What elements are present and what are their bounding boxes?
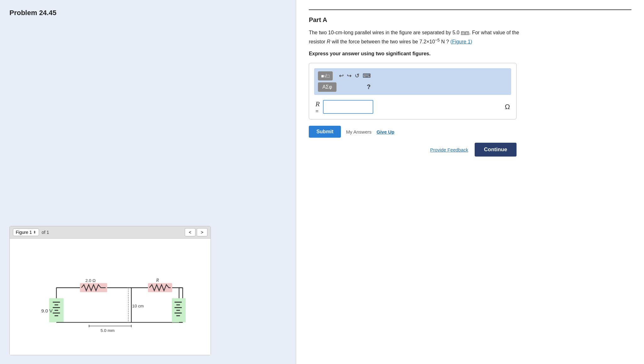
figure-selector[interactable]: Figure 1 ⬍ [13,229,39,236]
my-answers-label: My Answers [346,129,371,135]
svg-text:10 cm: 10 cm [132,304,144,308]
significant-figures-label: Express your answer using two significan… [309,51,631,57]
left-panel: Problem 24.45 Figure 1 ⬍ of 1 < > [0,0,296,364]
figure-header: Figure 1 ⬍ of 1 < > [10,226,211,239]
problem-text: The two 10-cm-long parallel wires in the… [309,29,529,46]
continue-button[interactable]: Continue [475,143,517,157]
svg-text:2.0 Ω: 2.0 Ω [85,278,95,283]
answer-input[interactable] [323,100,373,114]
keyboard-icon: ⌨ [363,72,371,79]
figure-next-button[interactable]: > [197,228,207,236]
figure-link[interactable]: (Figure 1) [450,39,472,44]
redo-button[interactable]: ↪ [347,72,352,79]
refresh-button[interactable]: ↺ [355,72,359,79]
provide-feedback-button[interactable]: Provide Feedback [430,147,468,152]
toolbar-row-1: ■√□ ↩ ↪ ↺ ⌨ [318,71,370,80]
give-up-button[interactable]: Give Up [376,129,394,135]
bottom-row: Provide Feedback Continue [309,143,517,157]
undo-button[interactable]: ↩ [339,72,344,79]
r-label: R = [315,100,319,114]
omega-symbol: Ω [505,103,510,111]
svg-text:R: R [156,278,159,283]
top-divider [309,9,631,10]
circuit-diagram: 9.0 V 2.0 Ω [35,253,186,341]
toolbar-rows: ■√□ ↩ ↪ ↺ ⌨ ΑΣφ ? [318,71,370,92]
math-template-button[interactable]: ■√□ [318,71,332,80]
figure-body: 9.0 V 2.0 Ω [10,239,211,355]
figure-chevron-icon: ⬍ [33,230,36,234]
input-row: R = Ω [314,100,511,114]
equals-symbol: = [315,108,318,114]
figure-label: Figure 1 [16,230,32,235]
part-label: Part A [309,16,631,24]
math-template-icon: ■√□ [321,73,329,79]
r-symbol: R [315,100,319,108]
symbol-button[interactable]: ΑΣφ [318,82,336,92]
action-row: Submit My Answers Give Up [309,126,517,138]
problem-title: Problem 24.45 [9,9,286,17]
right-panel: Part A The two 10-cm-long parallel wires… [296,0,644,364]
toolbar-row-2: ΑΣφ ? [318,82,370,92]
figure-container: Figure 1 ⬍ of 1 < > [9,226,211,355]
figure-of-text: of 1 [42,230,49,235]
svg-text:5.0 mm: 5.0 mm [100,328,115,333]
symbol-label: ΑΣφ [322,84,332,90]
svg-text:9.0 V: 9.0 V [41,308,53,313]
figure-prev-button[interactable]: < [185,228,195,236]
figure-nav: < > [185,228,207,236]
answer-box: ■√□ ↩ ↪ ↺ ⌨ ΑΣφ ? [309,63,517,120]
math-toolbar: ■√□ ↩ ↪ ↺ ⌨ ΑΣφ ? [314,68,511,95]
submit-button[interactable]: Submit [309,126,341,138]
question-mark-icon: ? [367,83,370,91]
